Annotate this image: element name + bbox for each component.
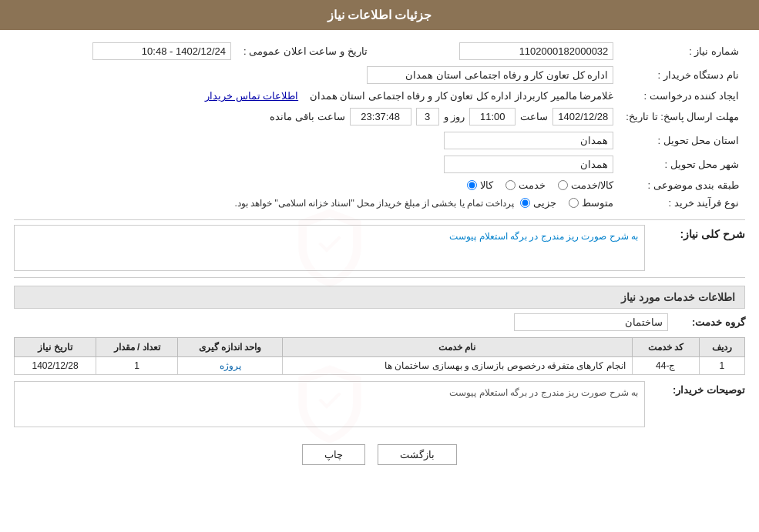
service-group-row: گروه خدمت: ساختمان — [14, 313, 745, 331]
cell-row: 1 — [699, 357, 744, 375]
category-radio-group: کالا/خدمت خدمت کالا — [467, 179, 614, 191]
cell-date: 1402/12/28 — [15, 357, 96, 375]
category-option-2[interactable]: خدمت — [505, 179, 546, 191]
creator-label: ایجاد کننده درخواست : — [620, 87, 745, 105]
province-value: همدان — [444, 132, 613, 149]
table-row: ایجاد کننده درخواست : غلامرضا مالمیر کار… — [14, 87, 745, 105]
table-row: استان محل تحویل : همدان — [14, 129, 745, 152]
buyer-desc-placeholder: به شرح صورت ریز مندرج در برگه استعلام پی… — [449, 387, 638, 398]
table-row: طبقه بندی موضوعی : کالا/خدمت خدمت کالا — [14, 176, 745, 194]
process-label: نوع فرآیند خرید : — [620, 194, 745, 212]
table-row: نام دستگاه خریدار : اداره کل تعاون کار و… — [14, 63, 745, 87]
reply-time-value: 11:00 — [469, 108, 516, 125]
general-desc-row: شرح کلی نیاز: به شرح صورت ریز مندرج در ب… — [14, 225, 745, 271]
cell-code: ج-44 — [632, 357, 699, 375]
page-header: جزئیات اطلاعات نیاز — [0, 0, 759, 30]
province-label: استان محل تحویل : — [620, 129, 745, 152]
cell-unit: پروژه — [178, 357, 283, 375]
buyer-org-label: نام دستگاه خریدار : — [620, 63, 745, 87]
reply-date-value: 1402/12/28 — [552, 108, 613, 125]
services-table: ردیف کد خدمت نام خدمت واحد اندازه گیری ت… — [14, 337, 745, 375]
general-desc-watermark-area: به شرح صورت ریز مندرج در برگه استعلام پی… — [14, 225, 645, 271]
city-label: شهر محل تحویل : — [620, 152, 745, 176]
service-group-value: ساختمان — [514, 313, 668, 331]
reply-countdown-value: 23:37:48 — [350, 108, 411, 125]
col-header-date: تاریخ نیاز — [15, 338, 96, 357]
buyer-desc-watermark-area: به شرح صورت ریز مندرج در برگه استعلام پی… — [14, 381, 645, 427]
back-button[interactable]: بازگشت — [378, 444, 457, 465]
process-note: پرداخت تمام یا بخشی از مبلغ خریداز محل "… — [234, 198, 514, 209]
buyer-desc-label: توصیحات خریدار: — [653, 381, 745, 396]
process-option-1[interactable]: جزیی — [520, 197, 556, 209]
announce-date-label: تاریخ و ساعت اعلان عمومی : — [237, 39, 374, 63]
announce-date-value: 1402/12/24 - 10:48 — [92, 42, 231, 60]
table-row: مهلت ارسال پاسخ: تا تاریخ: 1402/12/28 سا… — [14, 105, 745, 129]
category-option-3[interactable]: کالا/خدمت — [558, 179, 614, 191]
timer-row: 1402/12/28 ساعت 11:00 روز و 3 23:37:48 س… — [20, 108, 613, 125]
col-header-row: ردیف — [699, 338, 744, 357]
service-group-label: گروه خدمت: — [676, 316, 745, 328]
buyer-desc-container: به شرح صورت ریز مندرج در برگه استعلام پی… — [14, 381, 645, 427]
process-radio-group: متوسط جزیی — [520, 197, 613, 209]
table-row: شهر محل تحویل : همدان — [14, 152, 745, 176]
print-button[interactable]: چاپ — [302, 444, 365, 465]
buyer-org-value: اداره کل تعاون کار و رفاه اجتماعی استان … — [367, 66, 613, 84]
divider-2 — [14, 277, 745, 278]
reply-time-label: ساعت — [520, 111, 548, 122]
creator-value: غلامرضا مالمیر کاربرداز اداره کل تعاون ک… — [310, 90, 614, 102]
general-desc-label: شرح کلی نیاز: — [653, 225, 745, 240]
city-value: همدان — [444, 156, 613, 173]
page-wrapper: جزئیات اطلاعات نیاز شماره نیاز : 1102000… — [0, 0, 759, 532]
button-row: بازگشت چاپ — [14, 433, 745, 473]
cell-name: انجام کارهای متفرقه درخصوص بازسازی و بهس… — [282, 357, 632, 375]
cell-qty: 1 — [96, 357, 178, 375]
category-option-1[interactable]: کالا — [467, 179, 493, 191]
need-number-value: 1102000182000032 — [459, 42, 613, 60]
table-row: شماره نیاز : 1102000182000032 تاریخ و سا… — [14, 39, 745, 63]
services-section-header: اطلاعات خدمات مورد نیاز — [14, 286, 745, 309]
need-number-label: شماره نیاز : — [620, 39, 745, 63]
col-header-name: نام خدمت — [282, 338, 632, 357]
info-table: شماره نیاز : 1102000182000032 تاریخ و سا… — [14, 39, 745, 212]
reply-days-value: 3 — [416, 108, 439, 125]
general-desc-container: به شرح صورت ریز مندرج در برگه استعلام پی… — [14, 225, 645, 271]
general-desc-placeholder: به شرح صورت ریز مندرج در برگه استعلام پی… — [449, 231, 638, 242]
col-header-qty: تعداد / مقدار — [96, 338, 178, 357]
category-label: طبقه بندی موضوعی : — [620, 176, 745, 194]
page-title: جزئیات اطلاعات نیاز — [327, 8, 432, 22]
col-header-unit: واحد اندازه گیری — [178, 338, 283, 357]
remaining-label: ساعت باقی مانده — [270, 111, 344, 122]
table-row: 1 ج-44 انجام کارهای متفرقه درخصوص بازساز… — [15, 357, 745, 375]
col-header-code: کد خدمت — [632, 338, 699, 357]
reply-deadline-label: مهلت ارسال پاسخ: تا تاریخ: — [620, 105, 745, 129]
reply-day-label: روز و — [444, 111, 465, 122]
table-row: نوع فرآیند خرید : متوسط جزیی — [14, 194, 745, 212]
divider-1 — [14, 219, 745, 220]
buyer-desc-row: توصیحات خریدار: به شرح صورت ریز مندرج در… — [14, 381, 745, 427]
content-area: شماره نیاز : 1102000182000032 تاریخ و سا… — [0, 30, 759, 482]
creator-contact-link[interactable]: اطلاعات تماس خریدار — [205, 90, 298, 102]
table-header-row: ردیف کد خدمت نام خدمت واحد اندازه گیری ت… — [15, 338, 745, 357]
process-option-2[interactable]: متوسط — [569, 197, 613, 209]
